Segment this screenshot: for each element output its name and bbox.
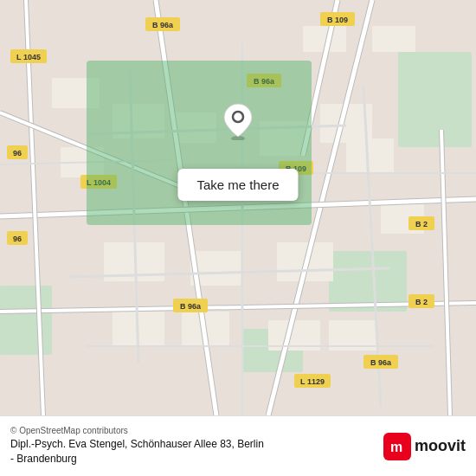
info-text-block: © OpenStreetMap contributors Dipl.-Psych… bbox=[10, 426, 264, 466]
map-container: B 96a B 96a B 96a B 96a B 109 B 109 B 2 … bbox=[0, 0, 476, 415]
svg-rect-2 bbox=[398, 52, 472, 147]
svg-text:B 96a: B 96a bbox=[180, 302, 202, 311]
svg-text:B 2: B 2 bbox=[415, 220, 428, 228]
svg-rect-3 bbox=[0, 286, 52, 355]
moovit-brand-text: moovit bbox=[415, 437, 466, 455]
svg-rect-21 bbox=[372, 26, 415, 52]
moovit-icon: m bbox=[383, 433, 411, 460]
svg-text:B 109: B 109 bbox=[327, 16, 348, 24]
svg-text:B 96a: B 96a bbox=[152, 21, 174, 29]
osm-credit: © OpenStreetMap contributors bbox=[10, 426, 264, 435]
svg-text:B 2: B 2 bbox=[415, 298, 428, 306]
svg-text:B 96a: B 96a bbox=[370, 358, 392, 367]
address-line2: - Brandenburg bbox=[10, 452, 264, 466]
info-bar: © OpenStreetMap contributors Dipl.-Psych… bbox=[0, 415, 476, 476]
svg-text:96: 96 bbox=[13, 235, 22, 243]
moovit-logo: m moovit bbox=[383, 433, 466, 460]
address-line1: Dipl.-Psych. Eva Stengel, Schönhauser Al… bbox=[10, 437, 264, 452]
svg-text:L 1129: L 1129 bbox=[300, 377, 325, 386]
svg-text:m: m bbox=[390, 440, 402, 454]
take-me-there-button[interactable]: Take me there bbox=[177, 169, 298, 201]
svg-text:L 1045: L 1045 bbox=[16, 53, 41, 61]
svg-text:96: 96 bbox=[13, 149, 22, 158]
svg-rect-12 bbox=[346, 138, 394, 173]
map-pin bbox=[222, 102, 254, 144]
